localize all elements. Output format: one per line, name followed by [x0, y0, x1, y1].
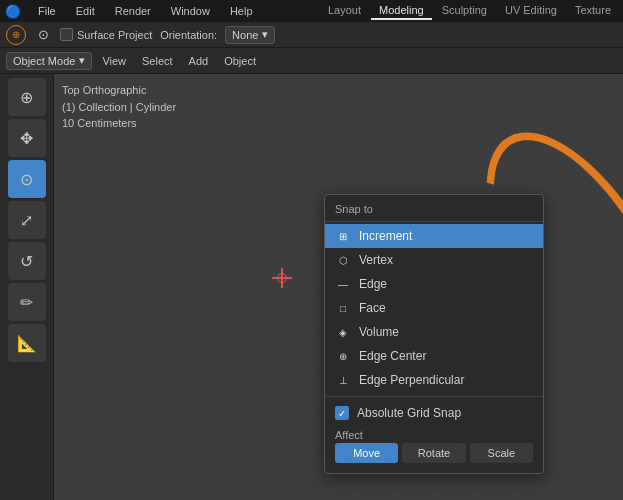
- object-menu[interactable]: Object: [218, 53, 262, 69]
- viewport-projection: Top Orthographic: [62, 82, 176, 99]
- 3d-cursor-ring: [277, 273, 287, 283]
- scale-tool[interactable]: ⤢: [8, 201, 46, 239]
- menu-file[interactable]: File: [34, 5, 60, 17]
- surface-project-row: Surface Project: [60, 28, 152, 41]
- snap-item-edge-perpendicular[interactable]: ⊥ Edge Perpendicular: [325, 368, 543, 392]
- orientation-dropdown[interactable]: None ▾: [225, 26, 275, 44]
- increment-icon: ⊞: [335, 228, 351, 244]
- top-menu-bar: 🔵 File Edit Render Window Help Layout Mo…: [0, 0, 623, 22]
- menu-edit[interactable]: Edit: [72, 5, 99, 17]
- absolute-grid-snap-label: Absolute Grid Snap: [357, 406, 461, 420]
- menu-window[interactable]: Window: [167, 5, 214, 17]
- annotate-tool[interactable]: ✏: [8, 283, 46, 321]
- add-menu[interactable]: Add: [183, 53, 215, 69]
- tab-texture[interactable]: Texture: [567, 2, 619, 20]
- snap-divider: [325, 396, 543, 397]
- viewport-scale: 10 Centimeters: [62, 115, 176, 132]
- affect-scale-button[interactable]: Scale: [470, 443, 533, 463]
- mode-dropdown[interactable]: Object Mode ▾: [6, 52, 92, 70]
- rotate-tool[interactable]: ↺: [8, 242, 46, 280]
- volume-icon: ◈: [335, 324, 351, 340]
- absolute-grid-snap-checkbox[interactable]: ✓: [335, 406, 349, 420]
- measure-tool[interactable]: 📐: [8, 324, 46, 362]
- blender-logo-icon[interactable]: 🔵: [4, 2, 22, 20]
- affect-rotate-button[interactable]: Rotate: [402, 443, 465, 463]
- vertex-icon: ⬡: [335, 252, 351, 268]
- 3d-cursor: [272, 268, 292, 288]
- select-menu[interactable]: Select: [136, 53, 179, 69]
- edge-center-icon: ⊕: [335, 348, 351, 364]
- snap-toggle-icon[interactable]: ⊕: [6, 25, 26, 45]
- absolute-grid-snap-row[interactable]: ✓ Absolute Grid Snap: [325, 401, 543, 425]
- tab-layout[interactable]: Layout: [320, 2, 369, 20]
- snap-item-vertex[interactable]: ⬡ Vertex: [325, 248, 543, 272]
- affect-move-button[interactable]: Move: [335, 443, 398, 463]
- secondary-toolbar: Object Mode ▾ View Select Add Object: [0, 48, 623, 74]
- tab-uv-editing[interactable]: UV Editing: [497, 2, 565, 20]
- viewport-info: Top Orthographic (1) Collection | Cylind…: [62, 82, 176, 132]
- menu-help[interactable]: Help: [226, 5, 257, 17]
- transform-pivot-icon[interactable]: ⊙: [34, 26, 52, 44]
- cursor-tool[interactable]: ⊕: [8, 78, 46, 116]
- orientation-label: Orientation:: [160, 29, 217, 41]
- snap-item-edge-center[interactable]: ⊕ Edge Center: [325, 344, 543, 368]
- viewport[interactable]: Top Orthographic (1) Collection | Cylind…: [54, 74, 623, 500]
- snap-item-edge[interactable]: — Edge: [325, 272, 543, 296]
- face-icon: □: [335, 300, 351, 316]
- header-toolbar: ⊕ ⊙ Surface Project Orientation: None ▾: [0, 22, 623, 48]
- view-menu[interactable]: View: [96, 53, 132, 69]
- workspace-tabs: Layout Modeling Sculpting UV Editing Tex…: [320, 2, 619, 20]
- edge-perpendicular-icon: ⊥: [335, 372, 351, 388]
- surface-project-label: Surface Project: [77, 29, 152, 41]
- snap-item-increment[interactable]: ⊞ Increment: [325, 224, 543, 248]
- surface-project-checkbox[interactable]: [60, 28, 73, 41]
- affect-buttons-row: Move Rotate Scale: [325, 443, 543, 467]
- snap-to-panel: Snap to ⊞ Increment ⬡ Vertex — Edge □ Fa…: [324, 194, 544, 474]
- transform-tool[interactable]: ⊙: [8, 160, 46, 198]
- edge-icon: —: [335, 276, 351, 292]
- tab-modeling[interactable]: Modeling: [371, 2, 432, 20]
- move-tool[interactable]: ✥: [8, 119, 46, 157]
- snap-item-volume[interactable]: ◈ Volume: [325, 320, 543, 344]
- tab-sculpting[interactable]: Sculpting: [434, 2, 495, 20]
- affect-label: Affect: [325, 425, 543, 443]
- viewport-collection: (1) Collection | Cylinder: [62, 99, 176, 116]
- snap-item-face[interactable]: □ Face: [325, 296, 543, 320]
- menu-render[interactable]: Render: [111, 5, 155, 17]
- left-toolbar: ⊕ ✥ ⊙ ⤢ ↺ ✏ 📐: [0, 74, 54, 500]
- snap-panel-title: Snap to: [325, 201, 543, 222]
